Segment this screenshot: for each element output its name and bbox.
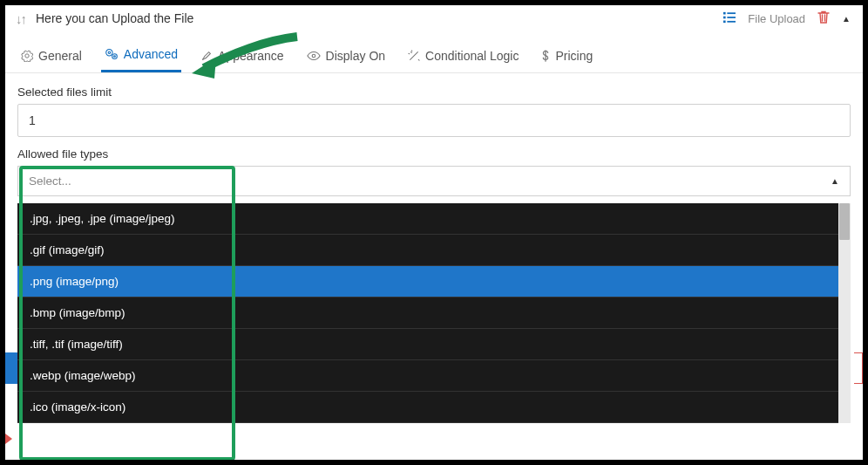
decoration-blue [5,352,17,384]
tab-conditional-logic[interactable]: Conditional Logic [404,40,522,72]
brush-icon [200,50,213,62]
select-placeholder: Select... [29,174,71,188]
svg-rect-2 [723,16,726,18]
svg-point-6 [106,50,112,56]
tab-label: Appearance [218,49,284,63]
caret-up-icon: ▲ [831,176,839,186]
svg-rect-5 [728,20,736,22]
eye-icon [307,50,321,62]
files-limit-label: Selected files limit [17,85,851,99]
field-title: Here you can Upload the File [36,11,193,25]
field-type-label: File Upload [748,12,805,25]
scrollbar-thumb[interactable] [839,203,850,240]
svg-rect-4 [723,20,726,23]
collapse-icon[interactable]: ▲ [842,14,851,24]
tab-general[interactable]: General [17,40,85,72]
decoration-red [854,352,863,384]
svg-point-10 [312,54,315,58]
files-limit-section: Selected files limit [5,73,863,137]
file-type-option[interactable]: .tiff, .tif (image/tiff) [17,329,851,360]
files-limit-input[interactable] [17,104,851,137]
svg-rect-0 [723,11,726,14]
svg-rect-3 [728,17,736,18]
allowed-types-select[interactable]: Select... ▲ [17,166,851,196]
field-type-icon [723,11,736,26]
tab-label: Conditional Logic [425,49,519,63]
drag-handle-icon[interactable]: ↓↑ [16,11,25,26]
tab-appearance[interactable]: Appearance [197,40,288,72]
svg-rect-1 [728,12,736,14]
tab-pricing[interactable]: Pricing [538,40,596,72]
topbar: ↓↑ Here you can Upload the File File Upl… [5,5,863,35]
magic-icon [408,50,420,62]
scrollbar[interactable] [838,203,851,423]
topbar-right: File Upload ▲ [723,10,851,26]
file-type-option[interactable]: .bmp (image/bmp) [17,297,851,329]
tabs: General Advanced Appearance Display On C… [5,35,863,73]
tab-label: General [38,49,82,63]
svg-point-9 [113,56,115,58]
decoration-red-tri [5,434,12,444]
svg-point-7 [108,51,110,53]
gears-icon [105,48,119,60]
file-type-option[interactable]: .jpg, .jpeg, .jpe (image/jpeg) [17,203,851,235]
tab-label: Display On [326,49,385,63]
tab-label: Advanced [124,47,178,61]
tab-display-on[interactable]: Display On [303,40,389,72]
delete-icon[interactable] [817,10,830,26]
file-type-option[interactable]: .webp (image/webp) [17,360,851,392]
file-type-option[interactable]: .ico (image/x-icon) [17,392,851,423]
tab-advanced[interactable]: Advanced [101,40,181,72]
svg-point-8 [112,54,118,59]
allowed-types-section: Allowed file types Select... ▲ .jpg, .jp… [5,137,863,196]
file-type-option[interactable]: .png (image/png) [17,266,851,297]
tab-label: Pricing [555,49,593,63]
topbar-left: ↓↑ Here you can Upload the File [16,11,193,26]
allowed-types-label: Allowed file types [17,147,851,161]
gear-icon [21,50,33,62]
allowed-types-dropdown: .jpg, .jpeg, .jpe (image/jpeg).gif (imag… [17,203,851,423]
dollar-icon [541,50,550,62]
file-type-option[interactable]: .gif (image/gif) [17,235,851,266]
